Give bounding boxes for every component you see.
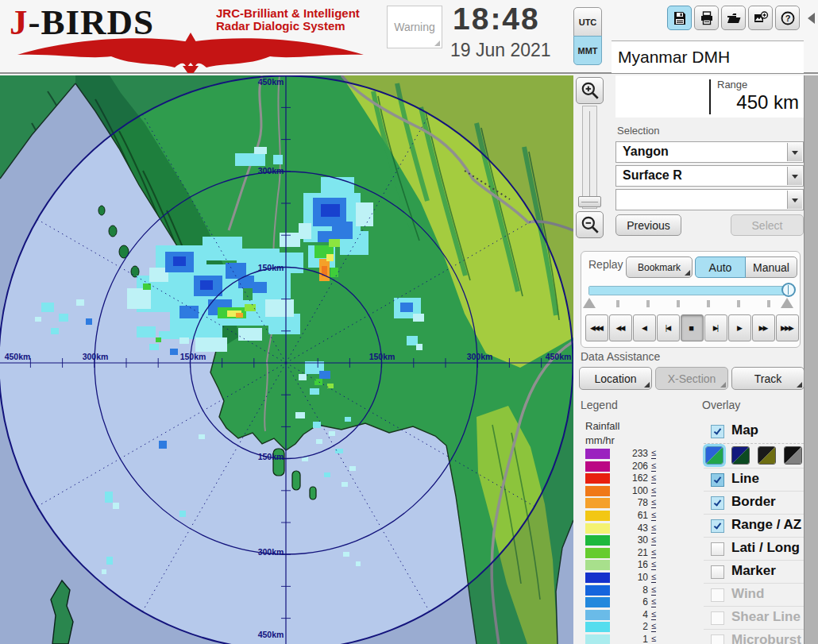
step-forward-button[interactable]: ▶|: [704, 314, 727, 341]
save-button[interactable]: [667, 6, 692, 30]
legend-color-chip: [585, 585, 610, 596]
legend-suffix: ≤: [651, 634, 656, 644]
precip-cell: [273, 155, 283, 164]
map-style-3-button[interactable]: [758, 446, 776, 465]
help-button[interactable]: ?: [775, 6, 800, 30]
range-start-marker[interactable]: [583, 298, 596, 308]
checkbox-map[interactable]: [711, 425, 724, 438]
manual-mode-button[interactable]: Manual: [745, 256, 797, 278]
selection-dropdowns: YangonSurface R: [615, 141, 804, 213]
dropdown-open-button[interactable]: [787, 191, 802, 209]
zoom-in-button[interactable]: [576, 77, 604, 104]
legend-row: 8≤: [585, 584, 662, 597]
legend-unit: Rainfall mm/hr: [585, 419, 619, 448]
step-back-button[interactable]: |◀: [657, 314, 680, 341]
range-value: 450 km: [736, 91, 799, 114]
legend-color-chip: [585, 461, 610, 472]
legend-row: 10≤: [585, 572, 662, 584]
warning-panel[interactable]: Warning: [387, 6, 442, 48]
map-style-1-button[interactable]: [705, 446, 723, 465]
location-button[interactable]: Location: [579, 367, 652, 390]
select-button[interactable]: Select: [731, 214, 804, 236]
checkbox-range-az[interactable]: [711, 519, 724, 533]
selection-dropdown-2[interactable]: Surface R: [615, 165, 804, 187]
stop-button[interactable]: ■: [681, 314, 704, 341]
save-icon: [672, 10, 688, 26]
precip-cell: [341, 482, 348, 487]
precip-cell: [299, 223, 311, 239]
overlay-item-border[interactable]: Border: [704, 491, 804, 514]
zoom-slider-handle[interactable]: [578, 196, 601, 207]
replay-slider-handle[interactable]: [781, 283, 796, 297]
utc-button[interactable]: UTC: [573, 7, 602, 37]
overlay-item-map[interactable]: Map: [704, 420, 804, 443]
legend-value: 21: [612, 547, 648, 559]
legend-row: 16≤: [585, 559, 662, 572]
overlay-item-label: Wind: [731, 586, 764, 602]
legend-color-chip: [585, 511, 610, 521]
legend-value: 233: [612, 448, 648, 460]
precip-cell: [113, 503, 119, 509]
previous-button[interactable]: Previous: [615, 214, 681, 236]
forward-fast-button[interactable]: ▶▶▶: [776, 314, 799, 341]
precip-cell: [200, 280, 213, 290]
selection-dropdown-3[interactable]: [615, 189, 804, 210]
zoom-slider[interactable]: [582, 106, 597, 209]
open-folder-button[interactable]: [721, 6, 746, 30]
dropdown-open-button[interactable]: [787, 167, 802, 185]
resize-handle-icon[interactable]: [434, 40, 440, 46]
collapse-panel-icon[interactable]: [808, 13, 815, 24]
data-assistance-label: Data Assistance: [581, 350, 660, 363]
precip-cell: [299, 374, 307, 380]
rewind-fast-button[interactable]: ◀◀◀: [585, 314, 608, 341]
track-button[interactable]: Track: [731, 367, 804, 390]
overlay-item-lati-long[interactable]: Lati / Long: [704, 537, 804, 560]
print-button[interactable]: [694, 6, 719, 30]
play-button[interactable]: ▶: [728, 314, 751, 341]
zoom-out-button[interactable]: [576, 211, 604, 238]
precip-cell: [179, 511, 186, 517]
legend-row: 206≤: [585, 461, 662, 473]
overlay-item-range-az[interactable]: Range / AZ: [704, 514, 804, 537]
dropdown-open-button[interactable]: [787, 143, 802, 161]
map-style-4-button[interactable]: [784, 446, 802, 465]
checkbox-marker[interactable]: [711, 565, 724, 579]
precip-cell: [245, 304, 256, 311]
chevron-down-icon: [792, 151, 798, 155]
mmt-button[interactable]: MMT: [573, 36, 602, 65]
range-ring-label: 300km: [258, 166, 284, 175]
checkbox-border[interactable]: [711, 496, 724, 510]
rewind-button[interactable]: ◀◀: [609, 314, 632, 341]
range-end-marker[interactable]: [781, 298, 793, 308]
checkbox-shear-line[interactable]: [711, 611, 724, 625]
bookmark-button[interactable]: Bookmark: [626, 256, 693, 278]
range-display: Range 450 km: [615, 75, 804, 118]
overlay-item-line[interactable]: Line: [704, 468, 804, 491]
replay-progress-track[interactable]: [588, 286, 789, 295]
overlay-item-shear-line[interactable]: Shear Line: [704, 606, 804, 629]
radar-map-canvas[interactable]: 450km300km150km150km300km450km450km300km…: [0, 75, 573, 644]
logo-tagline: JRC-Brilliant & Intelligent Radar Dialog…: [216, 7, 360, 33]
overlay-label: Overlay: [702, 399, 740, 411]
selection-dropdown-1[interactable]: Yangon: [615, 141, 804, 163]
auto-mode-button[interactable]: Auto: [695, 256, 746, 278]
legend-suffix: ≤: [651, 534, 656, 546]
map-style-2-button[interactable]: [731, 446, 750, 465]
checkbox-lati-long[interactable]: [711, 542, 724, 556]
checkbox-microburst[interactable]: [711, 634, 724, 644]
help-icon: ?: [780, 10, 796, 26]
data-assistance-buttons: LocationX-SectionTrack: [579, 367, 804, 390]
overlay-item-microburst[interactable]: Microburst: [704, 629, 804, 644]
precip-cell: [310, 388, 319, 395]
replay-progress-fill: [589, 287, 788, 295]
play-reverse-button[interactable]: ◀: [633, 314, 656, 341]
checkbox-line[interactable]: [711, 473, 724, 487]
precip-cell: [349, 466, 356, 471]
checkbox-wind[interactable]: [711, 588, 724, 602]
overlay-item-wind[interactable]: Wind: [704, 583, 804, 606]
add-image-button[interactable]: [748, 6, 773, 30]
legend-color-chip: [585, 473, 610, 484]
overlay-item-marker[interactable]: Marker: [704, 560, 804, 583]
radar-map[interactable]: 450km300km150km150km300km450km450km300km…: [0, 75, 573, 644]
forward-button[interactable]: ▶▶: [752, 314, 775, 341]
